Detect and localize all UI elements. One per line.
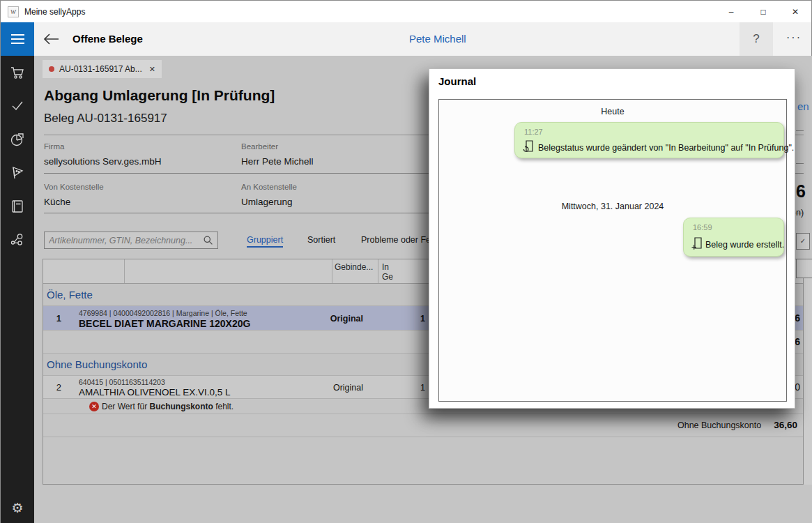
close-button[interactable]: ✕ (779, 1, 811, 22)
field-value-an-kostenstelle: Umlagerung (241, 197, 293, 207)
row-value-cut: 0 (795, 381, 800, 393)
document-number: Beleg AU-0131-165917 (44, 112, 167, 126)
field-label-firma: Firma (44, 142, 64, 151)
document-tab[interactable]: AU-0131-165917 Ab... ✕ (43, 60, 162, 78)
sidebar-item-share[interactable] (1, 223, 34, 257)
table-right-margin (804, 259, 812, 485)
back-arrow-icon (43, 33, 60, 45)
app-logo-icon: w (8, 6, 19, 17)
field-underline (796, 130, 804, 131)
journal-date-31-januar: Mittwoch, 31. Januar 2024 (439, 202, 786, 211)
row-quantity: 1 (420, 314, 425, 324)
field-value-bearbeiter: Herr Pete Michell (241, 156, 314, 167)
row-gebinde: Original (330, 314, 363, 324)
book-icon (9, 198, 26, 215)
maximize-button[interactable]: □ (747, 1, 779, 22)
total-row: Ohne Buchungskonto 36,60 (43, 414, 803, 437)
row-number: 2 (43, 382, 61, 393)
window-title: Meine sellyApps (24, 7, 85, 17)
app-logo-glyph: w (10, 6, 16, 16)
titlebar: w Meine sellyApps – □ ✕ (1, 1, 811, 22)
field-label-an-kostenstelle: An Kostenstelle (241, 183, 297, 191)
row-quantity: 1 (420, 383, 425, 393)
status-change-icon (522, 139, 535, 156)
sidebar-item-cart[interactable] (1, 56, 34, 89)
view-tab-gruppiert[interactable]: Gruppiert (247, 235, 283, 248)
journal-title: Journal (438, 75, 476, 87)
share-icon (9, 232, 26, 248)
error-message: Der Wert für Buchungskonto fehlt. (102, 402, 233, 411)
field-label-von-kostenstelle: Von Kostenstelle (44, 183, 104, 191)
entry-time: 16:59 (693, 223, 712, 232)
navbar: Offene Belege Pete Michell ? ··· (1, 22, 811, 56)
field-label-bearbeiter: Bearbeiter (241, 142, 278, 151)
view-tab-sortiert[interactable]: Sortiert (307, 235, 335, 245)
document-title: Abgang Umlagerung [In Prüfung] (44, 87, 275, 104)
back-button[interactable] (40, 28, 63, 50)
row-number: 1 (43, 313, 61, 324)
search-input[interactable] (45, 236, 203, 245)
sidebar-item-journal[interactable] (1, 190, 34, 223)
total-value: 36,60 (774, 420, 797, 430)
flag-icon (9, 165, 26, 181)
page-title: Offene Belege (72, 22, 143, 56)
row-article-name: BECEL DIAET MARGARINE 120X20G (79, 318, 250, 329)
journal-entry-created[interactable]: 16:59 Beleg wurde erstellt. (683, 218, 784, 257)
app-window: w Meine sellyApps – □ ✕ Offene Belege Pe… (0, 0, 812, 523)
check-glyph: ✓ (800, 237, 806, 245)
user-name-link[interactable]: Pete Michell (409, 22, 466, 56)
journal-entry-status-change[interactable]: 11:27 Belegstatus wurde geändert von "In… (514, 122, 784, 158)
entry-time: 11:27 (524, 128, 543, 136)
group-label: Öle, Fette (47, 289, 93, 301)
header-divider (378, 259, 378, 283)
journal-dialog: Journal Heute 11:27 Belegstatus wurde ge… (429, 68, 795, 409)
journal-panel: Heute 11:27 Belegstatus wurde geändert v… (438, 99, 787, 402)
more-options-button[interactable]: ··· (777, 22, 811, 56)
header-divider (332, 259, 332, 283)
field-value-von-kostenstelle: Küche (44, 197, 70, 207)
empty-row (43, 437, 803, 483)
sidebar-item-reports[interactable] (1, 123, 34, 156)
entry-text: Beleg wurde erstellt. (705, 240, 784, 250)
cut-dropdown-button[interactable]: ✓ (796, 233, 810, 250)
cut-button[interactable] (796, 259, 812, 278)
window-controls: – □ ✕ (715, 1, 811, 22)
row-article-name: AMALTHIA OLIVENOEL EX.VI.0,5 L (79, 387, 231, 397)
field-underline (796, 163, 804, 164)
entry-text: Belegstatus wurde geändert von "In Bearb… (538, 143, 794, 153)
tab-close-icon[interactable]: ✕ (149, 65, 155, 74)
total-label: Ohne Buchungskonto (677, 420, 761, 430)
cart-icon (9, 64, 26, 81)
row-gebinde: Original (333, 383, 363, 393)
document-created-icon (691, 236, 703, 253)
minimize-button[interactable]: – (715, 1, 747, 22)
group-label: Ohne Buchungskonto (47, 358, 147, 370)
sidebar-item-labels[interactable] (1, 156, 34, 190)
error-icon: ✕ (89, 402, 99, 411)
sidebar-item-tasks[interactable] (1, 89, 34, 123)
row-meta: 4769984 | 04000492002816 | Margarine | Ö… (79, 309, 247, 317)
help-button[interactable]: ? (740, 22, 773, 56)
header-divider (124, 259, 125, 283)
pie-chart-icon (9, 131, 26, 148)
cut-total-number: 6 (796, 181, 803, 202)
journal-date-heute: Heute (439, 107, 786, 116)
field-value-firma: sellysolutions Serv.ges.mbH (44, 156, 162, 167)
tab-label: AU-0131-165917 Ab... (59, 64, 142, 74)
article-search (44, 232, 218, 249)
row-meta: 640415 | 05011635114203 (79, 378, 165, 386)
cut-link[interactable]: en (797, 100, 809, 112)
cut-small-text: n) (796, 208, 804, 218)
check-icon (9, 98, 26, 114)
subtotal-value-cut: 6 (795, 336, 800, 347)
settings-button[interactable]: ⚙ (1, 492, 34, 523)
sidebar: ⚙ (1, 56, 34, 523)
unsaved-dot-icon (49, 66, 54, 72)
row-value-cut: 6 (795, 312, 800, 324)
header-in-gebinde[interactable]: InGe (382, 262, 393, 282)
hamburger-menu-button[interactable] (1, 22, 34, 56)
header-gebinde[interactable]: Gebinde... (335, 262, 373, 272)
search-icon (203, 235, 213, 245)
gear-icon: ⚙ (11, 500, 23, 516)
